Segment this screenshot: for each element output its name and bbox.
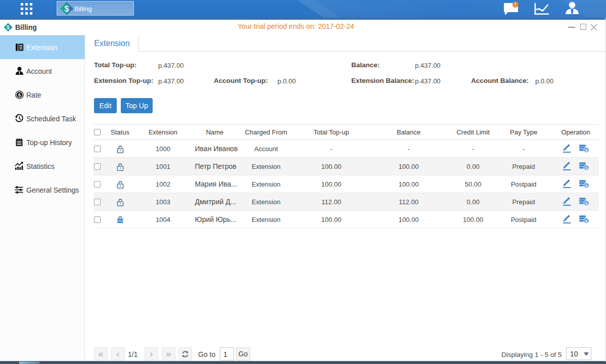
svg-text:$: $ [65, 5, 69, 13]
svg-text:$: $ [585, 201, 588, 206]
svg-text:!: ! [515, 2, 516, 8]
svg-text:$: $ [18, 92, 21, 98]
svg-text:$: $ [585, 166, 588, 170]
svg-text:$: $ [585, 148, 588, 153]
svg-text:$: $ [585, 219, 588, 223]
svg-text:$: $ [585, 184, 588, 188]
